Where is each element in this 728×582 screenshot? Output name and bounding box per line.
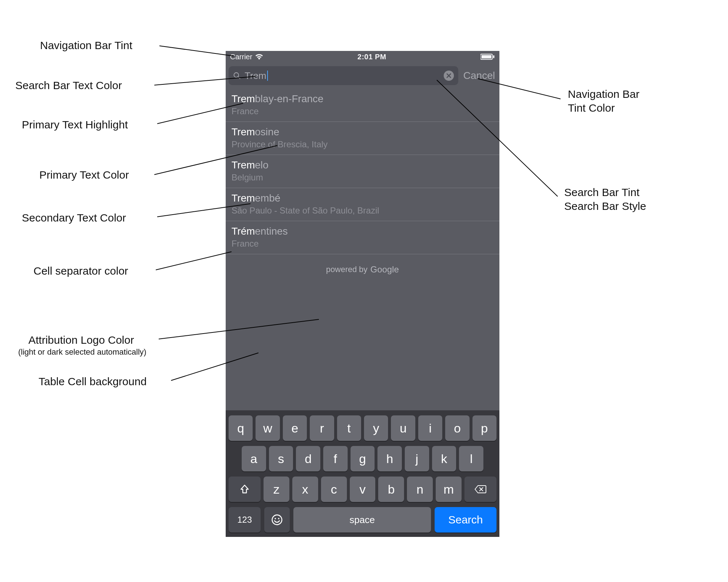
key-shift[interactable] (229, 477, 261, 502)
clear-button[interactable] (444, 71, 454, 81)
key-s[interactable]: s (269, 446, 293, 471)
key-l[interactable]: l (459, 446, 483, 471)
search-input-text: Trem (245, 70, 268, 81)
attribution-prefix: powered by (326, 265, 368, 274)
status-bar: Carrier 2:01 PM (226, 51, 499, 63)
keyboard: q w e r t y u i o p a s d f g h j k l (226, 410, 499, 537)
key-c[interactable]: c (321, 477, 347, 502)
table-row[interactable]: Trémentines France (226, 221, 499, 254)
label-cell-separator-color: Cell separator color (33, 264, 128, 278)
secondary-text: France (232, 239, 494, 249)
key-j[interactable]: j (405, 446, 429, 471)
table-row[interactable]: Tremelo Belgium (226, 155, 499, 188)
svg-rect-2 (493, 55, 495, 58)
table-row[interactable]: Tremosine Province of Brescia, Italy (226, 122, 499, 155)
table-background-area (226, 289, 499, 333)
table-row[interactable]: Tremembé São Paulo - State of São Paulo,… (226, 188, 499, 221)
secondary-text: Province of Brescia, Italy (232, 139, 494, 150)
key-i[interactable]: i (418, 415, 442, 441)
label-attribution-sub: (light or dark selected automatically) (18, 347, 146, 357)
label-table-cell-bg: Table Cell background (39, 375, 147, 388)
svg-point-10 (274, 518, 276, 519)
label-secondary-text-color: Secondary Text Color (22, 211, 126, 225)
search-icon (233, 72, 241, 80)
label-search-bar-tint-style: Search Bar Tint Search Bar Style (564, 186, 646, 213)
key-z[interactable]: z (264, 477, 289, 502)
key-e[interactable]: e (283, 415, 307, 441)
key-space[interactable]: space (293, 507, 431, 533)
primary-text: Tremelo (232, 159, 494, 171)
label-nav-bar-tint: Navigation Bar Tint (40, 39, 132, 52)
secondary-text: Belgium (232, 172, 494, 183)
key-search[interactable]: Search (435, 507, 496, 533)
primary-text: Trémentines (232, 226, 494, 237)
results-table: Tremblay-en-France France Tremosine Prov… (226, 89, 499, 333)
key-r[interactable]: r (310, 415, 334, 441)
key-backspace[interactable] (464, 477, 496, 502)
key-o[interactable]: o (445, 415, 469, 441)
key-emoji[interactable] (264, 507, 290, 533)
status-left: Carrier (230, 53, 263, 61)
label-primary-text-highlight: Primary Text Highlight (22, 118, 128, 132)
primary-text: Tremosine (232, 126, 494, 138)
key-v[interactable]: v (350, 477, 376, 502)
key-p[interactable]: p (472, 415, 496, 441)
key-d[interactable]: d (296, 446, 320, 471)
svg-point-9 (272, 515, 282, 525)
phone-frame: Carrier 2:01 PM Trem Cancel (226, 51, 499, 537)
carrier-label: Carrier (230, 53, 252, 61)
key-a[interactable]: a (242, 446, 266, 471)
key-t[interactable]: t (337, 415, 361, 441)
key-mode[interactable]: 123 (229, 507, 261, 533)
search-field[interactable]: Trem (229, 66, 458, 85)
key-h[interactable]: h (377, 446, 402, 471)
key-g[interactable]: g (351, 446, 375, 471)
svg-point-11 (278, 518, 280, 519)
text-cursor (267, 71, 268, 81)
key-w[interactable]: w (256, 415, 280, 441)
svg-line-17 (156, 252, 232, 270)
svg-rect-1 (482, 55, 491, 58)
svg-line-4 (238, 77, 240, 79)
label-search-bar-text-color: Search Bar Text Color (15, 79, 122, 92)
attribution: powered by Google (226, 254, 499, 289)
navigation-bar: Trem Cancel (226, 63, 499, 89)
key-x[interactable]: x (292, 477, 318, 502)
primary-text: Tremblay-en-France (232, 93, 494, 105)
key-n[interactable]: n (407, 477, 433, 502)
label-attribution-logo-color: Attribution Logo Color (28, 333, 134, 347)
key-u[interactable]: u (391, 415, 415, 441)
key-y[interactable]: y (364, 415, 388, 441)
label-primary-text-color: Primary Text Color (39, 168, 129, 182)
google-logo: Google (371, 264, 399, 275)
secondary-text: São Paulo - State of São Paulo, Brazil (232, 206, 494, 216)
secondary-text: France (232, 106, 494, 116)
battery-icon (480, 53, 495, 60)
wifi-icon (255, 53, 263, 60)
cancel-button[interactable]: Cancel (463, 70, 495, 81)
key-b[interactable]: b (378, 477, 404, 502)
key-k[interactable]: k (432, 446, 456, 471)
key-m[interactable]: m (436, 477, 462, 502)
table-row[interactable]: Tremblay-en-France France (226, 89, 499, 122)
key-q[interactable]: q (229, 415, 253, 441)
primary-text: Tremembé (232, 192, 494, 204)
label-nav-bar-tint-color: Navigation Bar Tint Color (568, 87, 640, 115)
key-f[interactable]: f (323, 446, 348, 471)
status-time: 2:01 PM (357, 53, 386, 61)
svg-line-12 (159, 46, 234, 56)
